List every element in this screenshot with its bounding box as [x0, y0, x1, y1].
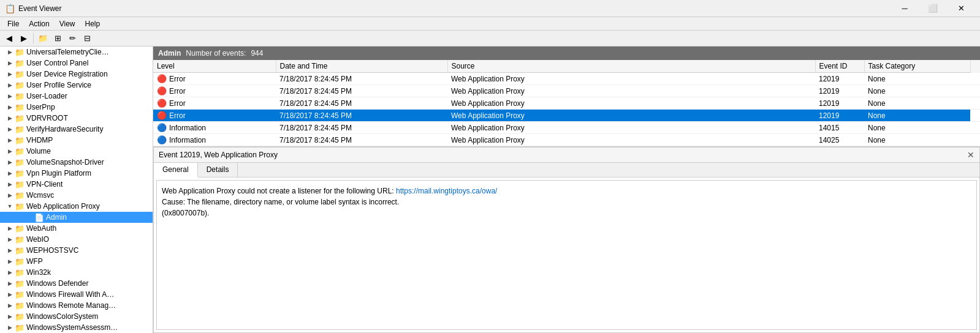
sidebar-item-label: WindowsSystemAssessm…	[26, 323, 118, 332]
sidebar-item[interactable]: ▶📁User-Loader	[0, 91, 153, 102]
menu-view[interactable]: View	[55, 18, 80, 29]
cell-taskcategory: None	[864, 73, 970, 85]
sidebar-item[interactable]: ▶📁WebIO	[0, 234, 153, 245]
toolbar: ◀ ▶ 📁 ⊞ ✏ ⊟	[0, 31, 980, 47]
sidebar-item[interactable]: ▶📁UserPnp	[0, 102, 153, 113]
table-row[interactable]: 🔴Error 7/18/2017 8:24:45 PM Web Applicat…	[153, 85, 980, 97]
menu-action[interactable]: Action	[24, 18, 54, 29]
sidebar-item[interactable]: ▼📁Web Application Proxy	[0, 201, 153, 212]
minimize-button[interactable]: ─	[891, 0, 919, 17]
properties-button[interactable]: ⊞	[51, 32, 64, 45]
detail-link[interactable]: https://mail.wingtiptoys.ca/owa/	[396, 187, 497, 195]
menu-help[interactable]: Help	[80, 18, 105, 29]
sidebar-item[interactable]: 📄Admin	[0, 212, 153, 223]
sidebar-item[interactable]: ▶📁WFP	[0, 256, 153, 267]
cell-level: 🔴Error	[153, 85, 276, 97]
table-row[interactable]: 🔴Error 7/18/2017 8:24:45 PM Web Applicat…	[153, 110, 980, 122]
tree-expand-icon: ▶	[5, 245, 15, 255]
filter-button[interactable]: ⊟	[80, 32, 94, 45]
sidebar-item-label: Windows Firewall With A…	[26, 290, 114, 299]
sidebar-item-label: WebIO	[26, 235, 49, 244]
maximize-button[interactable]: ⬜	[919, 0, 947, 17]
tree-expand-icon	[25, 212, 34, 222]
folder-icon: 📁	[15, 245, 25, 255]
close-button[interactable]: ✕	[947, 0, 975, 17]
title-text: Event Viewer	[18, 4, 61, 13]
sidebar-item[interactable]: ▶📁User Device Registration	[0, 69, 153, 80]
cell-datetime: 7/18/2017 8:24:45 PM	[276, 122, 447, 134]
table-row[interactable]: 🔵Information 7/18/2017 8:24:45 PM Web Ap…	[153, 134, 980, 146]
menu-file[interactable]: File	[2, 18, 24, 29]
event-table-container[interactable]: Level Date and Time Source Event ID Task…	[153, 60, 980, 147]
sidebar-item[interactable]: ▶📁WEPHOSTSVC	[0, 245, 153, 256]
event-detail-header: Event 12019, Web Application Proxy ✕	[154, 148, 979, 163]
sidebar-item[interactable]: ▶📁Windows Firewall With A…	[0, 289, 153, 300]
col-level[interactable]: Level	[153, 60, 276, 73]
folder-icon: 📁	[15, 323, 25, 332]
sidebar: ▶📁UniversalTelemetryClie…▶📁User Control …	[0, 47, 153, 333]
folder-icon: 📁	[15, 234, 25, 244]
folder-icon: 📁	[15, 146, 25, 156]
main-layout: ▶📁UniversalTelemetryClie…▶📁User Control …	[0, 47, 980, 333]
folder-icon: 📁	[15, 47, 25, 57]
tree-expand-icon: ▶	[5, 279, 15, 288]
forward-button[interactable]: ▶	[17, 32, 31, 45]
tree-expand-icon: ▶	[5, 190, 15, 200]
event-table: Level Date and Time Source Event ID Task…	[153, 60, 980, 146]
folder-icon: 📁	[15, 201, 25, 211]
sidebar-item[interactable]: ▶📁VPN-Client	[0, 179, 153, 190]
tree-expand-icon: ▶	[5, 113, 15, 123]
col-datetime[interactable]: Date and Time	[276, 60, 447, 73]
sidebar-item[interactable]: ▶📁WebAuth	[0, 223, 153, 234]
cell-eventid: 12019	[815, 73, 864, 85]
cell-level: 🔴Error	[153, 97, 276, 110]
sidebar-item[interactable]: ▶📁Vpn Plugin Platform	[0, 168, 153, 179]
sidebar-item-label: Admin	[46, 213, 67, 222]
sidebar-item[interactable]: ▶📁VolumeSnapshot-Driver	[0, 157, 153, 168]
sidebar-item[interactable]: ▶📁Volume	[0, 146, 153, 157]
col-source[interactable]: Source	[447, 60, 815, 73]
tab-general[interactable]: General	[154, 163, 198, 178]
cell-source: Web Application Proxy	[447, 85, 815, 97]
col-eventid[interactable]: Event ID	[815, 60, 864, 73]
sidebar-item[interactable]: ▶📁VerifyHardwareSecurity	[0, 124, 153, 135]
sidebar-item[interactable]: ▶📁VHDMP	[0, 135, 153, 146]
tree-expand-icon: ▶	[5, 179, 15, 189]
sidebar-item[interactable]: ▶📁UniversalTelemetryClie…	[0, 47, 153, 58]
sidebar-item[interactable]: ▶📁VDRVROOT	[0, 113, 153, 124]
back-button[interactable]: ◀	[2, 32, 16, 45]
open-button[interactable]: 📁	[36, 32, 50, 45]
sidebar-item[interactable]: ▶📁Windows Remote Manag…	[0, 300, 153, 311]
tree-expand-icon: ▶	[5, 69, 15, 79]
toolbar-separator	[33, 33, 34, 44]
cell-datetime: 7/18/2017 8:24:45 PM	[276, 110, 447, 122]
event-table-body: 🔴Error 7/18/2017 8:24:45 PM Web Applicat…	[153, 73, 980, 146]
sidebar-item[interactable]: ▶📁Windows Defender	[0, 278, 153, 289]
info-icon: 🔵	[157, 135, 167, 144]
sidebar-item-label: VDRVROOT	[26, 114, 68, 122]
table-row[interactable]: 🔴Error 7/18/2017 8:24:45 PM Web Applicat…	[153, 97, 980, 110]
sidebar-item[interactable]: ▶📁WindowsSystemAssessm…	[0, 322, 153, 333]
edit-button[interactable]: ✏	[66, 32, 79, 45]
table-row[interactable]: 🔵Information 7/18/2017 8:24:45 PM Web Ap…	[153, 122, 980, 134]
sidebar-item[interactable]: ▶📁WindowsColorSystem	[0, 311, 153, 322]
table-row[interactable]: 🔴Error 7/18/2017 8:24:45 PM Web Applicat…	[153, 73, 980, 85]
cell-eventid: 12019	[815, 97, 864, 110]
event-header: Admin Number of events: 944	[153, 47, 980, 60]
folder-icon: 📁	[15, 157, 25, 167]
sidebar-item-label: Windows Defender	[26, 279, 88, 288]
tab-details[interactable]: Details	[198, 163, 238, 177]
tree-expand-icon: ▶	[5, 290, 15, 299]
event-detail-close-button[interactable]: ✕	[967, 150, 974, 160]
tree-expand-icon: ▶	[5, 135, 15, 145]
sidebar-item[interactable]: ▶📁User Profile Service	[0, 80, 153, 91]
folder-icon: 📁	[15, 58, 25, 68]
col-taskcategory[interactable]: Task Category	[864, 60, 970, 73]
sidebar-item[interactable]: ▶📁Win32k	[0, 267, 153, 278]
tree-expand-icon: ▶	[5, 312, 15, 321]
sidebar-item[interactable]: ▶📁Wcmsvc	[0, 190, 153, 201]
sidebar-item[interactable]: ▶📁User Control Panel	[0, 58, 153, 69]
sidebar-item-label: User Device Registration	[26, 70, 108, 78]
folder-icon: 📁	[15, 268, 25, 277]
event-detail-tabs: General Details	[154, 163, 979, 178]
